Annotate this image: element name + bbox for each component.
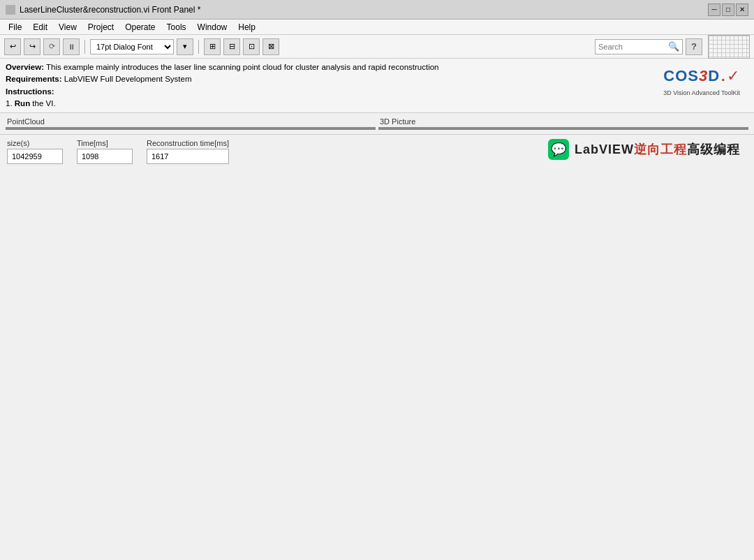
panels-row: PointCloud <box>0 113 754 134</box>
title-bar-controls[interactable]: ─ □ ✕ <box>708 3 748 16</box>
align-button[interactable]: ⊞ <box>204 38 221 55</box>
left-panel-label: PointCloud <box>6 117 376 126</box>
toolbar-separator-1 <box>84 40 85 54</box>
minimize-button[interactable]: ─ <box>708 3 720 16</box>
instructions-label: Instructions: <box>6 87 54 96</box>
toolbar-separator-2 <box>198 40 199 54</box>
watermark: 💬 LabVIEW逆向工程高级编程 <box>548 139 747 160</box>
main-content: PointCloud <box>0 113 754 134</box>
left-panel-container: PointCloud <box>6 117 376 130</box>
font-selector[interactable]: 17pt Dialog Font <box>90 39 174 54</box>
wechat-glyph: 💬 <box>551 142 566 157</box>
menu-tools[interactable]: Tools <box>161 21 192 34</box>
size-field: size(s) 1042959 <box>7 139 63 164</box>
watermark-text: LabVIEW逆向工程高级编程 <box>575 141 740 158</box>
search-box[interactable]: 🔍 <box>595 39 683 54</box>
size-label: size(s) <box>7 139 63 147</box>
requirements-text: LabVIEW Full Development System <box>64 75 192 83</box>
recon-label: Reconstruction time[ms] <box>147 139 229 147</box>
cos3d-logo: COS 3 D . ✓ 3D Vision Advanced ToolKit <box>663 64 740 98</box>
time-field: Time[ms] 1098 <box>77 139 133 164</box>
title-bar-left: LaserLineCluster&reconstruction.vi Front… <box>6 5 200 15</box>
size-value: 1042959 <box>7 149 63 164</box>
font-size-down[interactable]: ▾ <box>177 38 193 55</box>
logo-text-cos: COS <box>663 64 699 87</box>
step1-text: 1. Run the VI. <box>6 99 56 108</box>
toolbar: ↩ ↪ ⟳ ⏸ 17pt Dialog Font ▾ ⊞ ⊟ ⊡ ⊠ 🔍 ? <box>0 35 754 59</box>
help-button[interactable]: ? <box>686 38 702 55</box>
title-bar: LaserLineCluster&reconstruction.vi Front… <box>0 0 754 20</box>
window-title: LaserLineCluster&reconstruction.vi Front… <box>20 5 200 15</box>
overview-label: Overview: <box>6 63 44 71</box>
pause-button[interactable]: ⏸ <box>63 38 80 55</box>
reorder-button[interactable]: ⊠ <box>263 38 279 55</box>
menu-help[interactable]: Help <box>232 21 261 34</box>
right-panel-container: 3D Picture <box>378 117 748 130</box>
right-panel-label: 3D Picture <box>378 117 748 126</box>
distribute-button[interactable]: ⊟ <box>223 38 240 55</box>
time-value: 1098 <box>77 149 133 164</box>
menu-file[interactable]: File <box>3 21 27 34</box>
status-bar: size(s) 1042959 Time[ms] 1098 Reconstruc… <box>0 134 754 183</box>
logo-text-3: 3 <box>699 64 708 87</box>
maximize-button[interactable]: □ <box>722 3 734 16</box>
menu-view[interactable]: View <box>53 21 82 34</box>
requirements-label: Requirements: <box>6 75 62 83</box>
logo-text-d: D <box>708 64 720 87</box>
logo-tagline: 3D Vision Advanced ToolKit <box>663 89 740 98</box>
menu-edit[interactable]: Edit <box>27 21 53 34</box>
left-panel-canvas <box>6 127 376 130</box>
redo-button[interactable]: ↪ <box>24 38 40 55</box>
menu-operate[interactable]: Operate <box>119 21 161 34</box>
wechat-icon: 💬 <box>548 139 569 160</box>
undo-button[interactable]: ↩ <box>4 38 21 55</box>
search-icon[interactable]: 🔍 <box>668 41 679 52</box>
info-panel: Overview: This example mainly introduces… <box>0 59 754 113</box>
run-continuously-button[interactable]: ⟳ <box>43 38 60 55</box>
recon-value: 1617 <box>147 149 229 164</box>
right-panel-canvas <box>378 127 748 130</box>
close-button[interactable]: ✕ <box>736 3 748 16</box>
overview-text: This example mainly introduces the laser… <box>46 63 439 71</box>
menu-window[interactable]: Window <box>192 21 233 34</box>
resize-button[interactable]: ⊡ <box>243 38 260 55</box>
search-input[interactable] <box>598 43 668 51</box>
menu-project[interactable]: Project <box>82 21 119 34</box>
time-label: Time[ms] <box>77 139 133 147</box>
logo-checkmark: . <box>721 66 725 87</box>
app-icon <box>6 5 15 15</box>
toolbar-grid-panel <box>708 35 750 59</box>
logo-swoosh: ✓ <box>727 64 739 87</box>
menu-bar: File Edit View Project Operate Tools Win… <box>0 20 754 35</box>
recon-field: Reconstruction time[ms] 1617 <box>147 139 229 164</box>
